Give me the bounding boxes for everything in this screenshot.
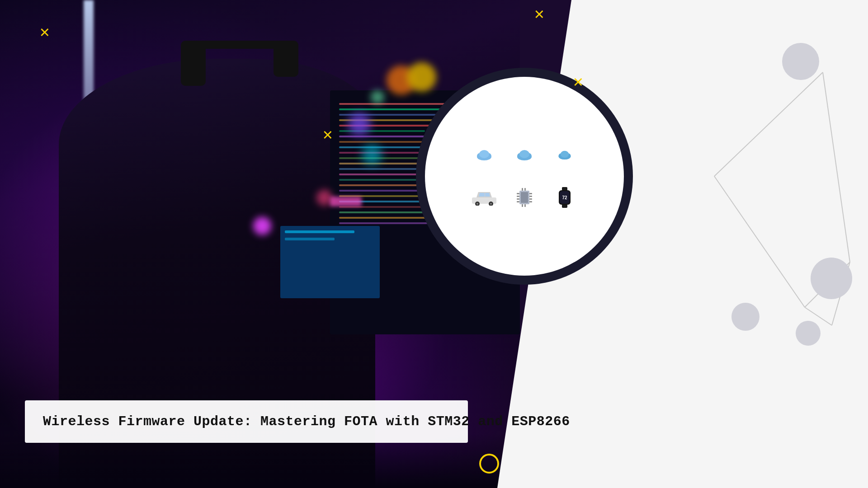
svg-rect-37 bbox=[562, 187, 567, 191]
main-scene: 72 ✕ ✕ ✕ ✕ Wireless Firmware Update: Mas… bbox=[0, 0, 868, 488]
svg-rect-26 bbox=[517, 196, 519, 197]
svg-rect-36 bbox=[524, 204, 526, 207]
svg-rect-31 bbox=[529, 198, 532, 200]
devices-grid: 72 bbox=[466, 136, 583, 217]
page-title: Wireless Firmware Update: Mastering FOTA… bbox=[43, 414, 570, 429]
monitor-2 bbox=[280, 226, 380, 298]
yellow-ring-circle bbox=[479, 454, 499, 474]
svg-rect-34 bbox=[524, 188, 526, 191]
headphones bbox=[181, 41, 298, 140]
x-marker-4: ✕ bbox=[573, 75, 583, 91]
node-circle-3 bbox=[731, 303, 760, 331]
svg-point-9 bbox=[479, 150, 489, 158]
device-cloud-1 bbox=[476, 149, 493, 161]
svg-rect-32 bbox=[529, 201, 532, 202]
car-icon bbox=[470, 189, 498, 206]
node-circle-1 bbox=[782, 43, 819, 80]
x-marker-1: ✕ bbox=[40, 25, 50, 41]
svg-rect-25 bbox=[517, 193, 519, 194]
svg-text:72: 72 bbox=[562, 195, 568, 200]
svg-rect-35 bbox=[522, 204, 523, 207]
device-chip bbox=[516, 187, 533, 208]
pink-bar bbox=[330, 197, 362, 206]
svg-point-22 bbox=[490, 203, 492, 205]
svg-rect-38 bbox=[562, 204, 567, 208]
x-marker-2: ✕ bbox=[323, 127, 333, 144]
cloud-icon-3 bbox=[557, 150, 572, 160]
svg-rect-33 bbox=[522, 188, 523, 191]
circle-white-bg: 72 bbox=[425, 77, 624, 276]
bokeh-violet bbox=[348, 113, 371, 136]
chip-icon bbox=[516, 187, 533, 208]
x-marker-3: ✕ bbox=[534, 7, 544, 23]
svg-rect-30 bbox=[529, 196, 532, 197]
svg-rect-27 bbox=[517, 198, 519, 200]
cloud-icon-2 bbox=[516, 149, 533, 161]
svg-rect-28 bbox=[517, 201, 519, 202]
svg-point-13 bbox=[519, 150, 529, 158]
node-circle-2 bbox=[811, 258, 852, 299]
device-cloud-2 bbox=[516, 149, 533, 161]
device-car bbox=[470, 189, 498, 206]
node-circle-4 bbox=[796, 321, 821, 346]
bokeh-green bbox=[371, 90, 384, 104]
bokeh-cyan bbox=[362, 145, 382, 165]
device-smartwatch: 72 bbox=[557, 187, 572, 208]
title-card: Wireless Firmware Update: Mastering FOTA… bbox=[25, 400, 468, 443]
smartwatch-icon: 72 bbox=[557, 187, 572, 208]
svg-rect-24 bbox=[521, 192, 528, 203]
svg-point-21 bbox=[476, 203, 478, 205]
cloud-icon-1 bbox=[476, 149, 493, 161]
bokeh-purple bbox=[253, 217, 271, 235]
svg-point-17 bbox=[561, 151, 569, 158]
devices-circle: 72 bbox=[416, 68, 633, 285]
svg-rect-29 bbox=[529, 193, 532, 194]
device-cloud-3 bbox=[557, 150, 572, 160]
